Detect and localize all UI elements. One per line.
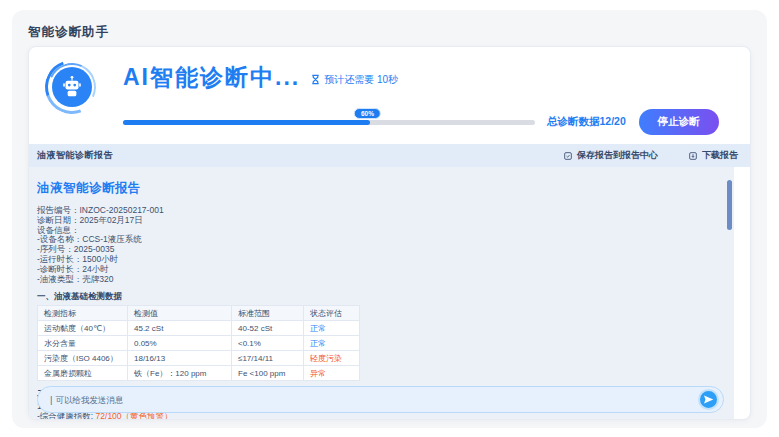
- column-header: 标准范围: [232, 306, 304, 321]
- metric-cell: 金属磨损颗粒: [38, 366, 128, 381]
- table-row: 金属磨损颗粒 铁（Fe）：120 ppm Fe <100 ppm 异常: [38, 366, 360, 381]
- download-report-label: 下载报告: [702, 149, 738, 162]
- app-panel: 智能诊断助手: [12, 10, 767, 428]
- section1-title: 一、油液基础检测数据: [37, 291, 720, 301]
- report-meta: 报告编号：INZOC-20250217-001 诊断日期：2025年02月17日…: [37, 206, 720, 284]
- status-cell: 正常: [304, 321, 360, 336]
- progress-percent-badge: 60%: [354, 108, 381, 119]
- metric-cell: 污染度（ISO 4406）: [38, 351, 128, 366]
- column-header: 状态评估: [304, 306, 360, 321]
- download-icon: [688, 151, 698, 161]
- report-meta-line: 诊断日期：2025年02月17日: [37, 216, 720, 226]
- tab-oil-report[interactable]: 油液智能诊断报告: [37, 149, 113, 162]
- download-report-button[interactable]: 下载报告: [688, 149, 738, 162]
- value-cell: 0.05%: [128, 336, 232, 351]
- message-composer: |: [37, 386, 724, 413]
- value-cell: 铁（Fe）：120 ppm: [128, 366, 232, 381]
- scrollbar-thumb[interactable]: [727, 180, 732, 230]
- metric-cell: 运动黏度（40℃）: [38, 321, 128, 336]
- report-title: 油液智能诊断报告: [37, 180, 720, 197]
- report-meta-line: -油液类型：壳牌320: [37, 275, 720, 285]
- report-meta-line: -运行时长：1500小时: [37, 255, 720, 265]
- stop-diagnosis-button[interactable]: 停止诊断: [639, 109, 719, 135]
- status-cell: 异常: [304, 366, 360, 381]
- eta-label: 预计还需要 10秒: [324, 73, 398, 87]
- total-data-label: 总诊断数据12/20: [547, 115, 626, 129]
- table-header-row: 检测指标 检测值 标准范围 状态评估: [38, 306, 360, 321]
- progress-fill: [123, 120, 370, 125]
- text-caret: |: [50, 394, 52, 405]
- diagnosis-status-title: AI智能诊断中...: [123, 62, 300, 93]
- hourglass-icon: [310, 74, 321, 85]
- message-input[interactable]: [55, 395, 698, 405]
- health-score-line: -综合健康指数: 72/100（黄色预警）: [37, 412, 720, 419]
- progress-bar: 60%: [123, 120, 535, 125]
- value-cell: 18/16/13: [128, 351, 232, 366]
- range-cell: Fe <100 ppm: [232, 366, 304, 381]
- send-button[interactable]: [698, 389, 719, 410]
- range-cell: 40-52 cSt: [232, 321, 304, 336]
- save-report-label: 保存报告到报告中心: [577, 149, 658, 162]
- metric-cell: 水分含量: [38, 336, 128, 351]
- table-row: 污染度（ISO 4406） 18/16/13 ≤17/14/11 轻度污染: [38, 351, 360, 366]
- test-data-table: 检测指标 检测值 标准范围 状态评估 运动黏度（40℃） 45.2 cSt 40…: [37, 305, 360, 381]
- column-header: 检测指标: [38, 306, 128, 321]
- save-icon: [563, 151, 573, 161]
- eta-indicator: 预计还需要 10秒: [310, 73, 398, 87]
- send-icon: [703, 394, 714, 405]
- report-meta-line: -设备名称：CCS-1液压系统: [37, 235, 720, 245]
- range-cell: ≤17/14/11: [232, 351, 304, 366]
- report-meta-line: -序列号：2025-0035: [37, 245, 720, 255]
- robot-avatar: [45, 60, 99, 114]
- diagnosis-header: AI智能诊断中... 预计还需要 10秒 60% 总诊断数据12/20 停止诊: [29, 47, 750, 144]
- status-cell: 正常: [304, 336, 360, 351]
- report-toolbar: 油液智能诊断报告 保存报告到报告中心 下载报告: [29, 144, 750, 167]
- table-row: 运动黏度（40℃） 45.2 cSt 40-52 cSt 正常: [38, 321, 360, 336]
- report-meta-line: -诊断时长：24小时: [37, 265, 720, 275]
- page-title: 智能诊断助手: [28, 24, 109, 41]
- robot-icon: [52, 67, 92, 107]
- report-scroll-area: 油液智能诊断报告 报告编号：INZOC-20250217-001 诊断日期：20…: [29, 167, 734, 419]
- range-cell: <0.1%: [232, 336, 304, 351]
- table-row: 水分含量 0.05% <0.1% 正常: [38, 336, 360, 351]
- save-report-button[interactable]: 保存报告到报告中心: [563, 149, 658, 162]
- diagnosis-card: AI智能诊断中... 预计还需要 10秒 60% 总诊断数据12/20 停止诊: [28, 46, 751, 420]
- value-cell: 45.2 cSt: [128, 321, 232, 336]
- column-header: 检测值: [128, 306, 232, 321]
- status-cell: 轻度污染: [304, 351, 360, 366]
